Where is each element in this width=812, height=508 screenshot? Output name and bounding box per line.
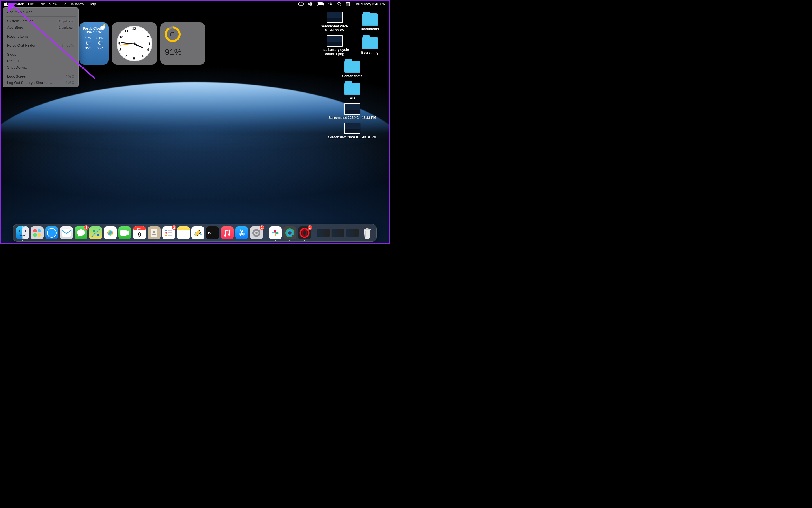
menu-recent-items[interactable]: Recent Items › — [4, 33, 77, 40]
svg-rect-50 — [272, 232, 275, 234]
svg-rect-17 — [34, 229, 37, 232]
dock-minimized-window[interactable] — [317, 229, 330, 237]
control-center-icon[interactable] — [346, 2, 350, 6]
notification-badge: 2 — [260, 225, 264, 230]
desktop-item[interactable]: Documents — [355, 12, 385, 33]
spotlight-icon[interactable] — [337, 2, 342, 6]
desktop-item-label: mac battery cycle count 1.png — [320, 48, 349, 56]
dock-app-messages[interactable]: 1 — [75, 226, 87, 240]
dock: 1MAY92tv22 — [13, 224, 377, 242]
dock-app-contacts[interactable] — [148, 226, 160, 240]
svg-rect-59 — [366, 227, 369, 229]
menu-shut-down[interactable]: Shut Down… — [4, 64, 77, 71]
svg-point-45 — [228, 234, 230, 236]
svg-rect-12 — [170, 33, 175, 36]
dock-app-reminders[interactable]: 2 — [162, 226, 175, 240]
battery-widget[interactable]: 91% — [160, 23, 205, 65]
notification-badge: 2 — [308, 225, 312, 230]
dock-app-calendar[interactable]: MAY9 — [133, 226, 146, 240]
dock-app-safari[interactable] — [45, 226, 58, 240]
desktop-icons: Screenshot 2024-0…44.06 PMDocumentsmac b… — [317, 12, 385, 139]
dock-app-launchpad[interactable] — [31, 226, 44, 240]
apple-menu-dropdown: About This Mac System Settings… 2 update… — [3, 7, 79, 87]
desktop-item[interactable]: Screenshots — [320, 59, 385, 78]
dock-app-quicktime[interactable] — [283, 226, 296, 240]
menu-app-name[interactable]: Finder — [12, 2, 24, 6]
dock-app-opera[interactable]: 2 — [298, 226, 311, 240]
clock-face: 12 1 2 3 4 5 6 7 8 9 10 11 — [117, 26, 152, 61]
dock-separator — [314, 227, 314, 239]
menubar: Finder File Edit View Go Window Help Thu… — [1, 1, 389, 7]
desktop-item-label: Screenshot 2024-0…44.06 PM — [320, 24, 349, 33]
dock-app-photos[interactable] — [104, 226, 117, 240]
dock-app-appletv[interactable]: tv — [206, 226, 219, 240]
folder-icon — [344, 61, 360, 73]
menu-window[interactable]: Window — [71, 2, 84, 6]
menu-force-quit[interactable]: Force Quit Finder ⇧⌥⌘⎋ — [4, 42, 77, 49]
desktop-item-label: Everything — [361, 51, 379, 55]
desktop-item[interactable]: Screenshot 2024-0…42.38 PM — [320, 103, 385, 120]
screenshot-thumb — [344, 103, 360, 115]
desktop-item[interactable]: Screenshot 2024-0….43.31 PM — [320, 123, 385, 139]
folder-icon — [362, 13, 378, 26]
svg-point-37 — [165, 229, 167, 231]
svg-point-48 — [255, 232, 258, 234]
weather-hour-1: 7 PM 35° — [84, 37, 91, 50]
creative-cloud-icon[interactable] — [298, 2, 304, 6]
dock-app-music[interactable] — [221, 226, 234, 240]
weather-icon — [100, 24, 106, 29]
desktop-item[interactable]: Screenshot 2024-0…44.06 PM — [320, 12, 349, 33]
wifi-icon[interactable] — [328, 2, 334, 6]
dock-app-finder[interactable] — [16, 226, 29, 240]
dock-app-slack[interactable] — [269, 226, 282, 240]
desktop-item[interactable]: Everything — [355, 35, 385, 56]
battery-ring — [165, 27, 181, 42]
dock-app-facetime[interactable] — [118, 226, 131, 240]
dock-minimized-window[interactable] — [346, 229, 359, 237]
desktop-item[interactable]: mac battery cycle count 1.png — [320, 35, 349, 56]
battery-icon[interactable] — [317, 2, 324, 6]
dock-app-settings[interactable]: 2 — [250, 226, 263, 240]
menu-system-settings[interactable]: System Settings… 2 updates — [4, 18, 77, 24]
menu-lock-screen[interactable]: Lock Screen ⌃⌘Q — [4, 73, 77, 80]
menu-help[interactable]: Help — [88, 2, 96, 6]
dock-app-notes[interactable] — [177, 226, 190, 240]
running-indicator — [22, 240, 23, 241]
svg-rect-18 — [38, 229, 41, 232]
volume-icon[interactable] — [308, 2, 313, 6]
svg-point-3 — [331, 5, 331, 6]
menu-file[interactable]: File — [28, 2, 34, 6]
apple-menu-icon[interactable] — [4, 2, 8, 6]
menu-go[interactable]: Go — [62, 2, 66, 6]
dock-app-mail[interactable] — [60, 226, 73, 240]
weather-widget[interactable]: Partly Cloudy H:42° L:26° 7 PM 35° 8 PM … — [79, 23, 109, 65]
svg-point-55 — [288, 231, 292, 235]
menubar-clock[interactable]: Thu 9 May 3:46 PM — [354, 2, 386, 6]
svg-rect-23 — [62, 229, 71, 237]
updates-badge: 2 updates — [57, 26, 75, 30]
dock-trash[interactable] — [361, 226, 374, 240]
chevron-right-icon: › — [73, 34, 75, 39]
folder-icon — [344, 83, 360, 95]
running-indicator — [304, 240, 305, 241]
menu-about-this-mac[interactable]: About This Mac — [4, 9, 77, 15]
clock-widget[interactable]: 12 1 2 3 4 5 6 7 8 9 10 11 — [112, 23, 157, 65]
dock-app-maps[interactable] — [89, 226, 102, 240]
dock-app-appstore[interactable] — [235, 226, 248, 240]
menu-restart[interactable]: Restart… — [4, 57, 77, 64]
shortcut: ⇧⌥⌘⎋ — [61, 44, 75, 47]
menu-log-out[interactable]: Log Out Shaurya Sharma… ⇧⌘Q — [4, 80, 77, 86]
menu-view[interactable]: View — [49, 2, 57, 6]
desktop-item-label: Screenshots — [342, 74, 362, 78]
svg-rect-1 — [318, 3, 323, 5]
running-indicator — [275, 240, 276, 241]
menu-app-store[interactable]: App Store… 2 updates — [4, 24, 77, 31]
desktop-item[interactable]: AD — [320, 81, 385, 100]
dock-minimized-window[interactable] — [332, 229, 344, 237]
menu-sleep[interactable]: Sleep — [4, 51, 77, 57]
menu-edit[interactable]: Edit — [39, 2, 45, 6]
folder-icon — [362, 37, 378, 49]
dock-app-freeform[interactable] — [191, 226, 204, 240]
svg-point-24 — [93, 230, 95, 232]
weather-hour-2: 8 PM 33° — [96, 37, 104, 50]
